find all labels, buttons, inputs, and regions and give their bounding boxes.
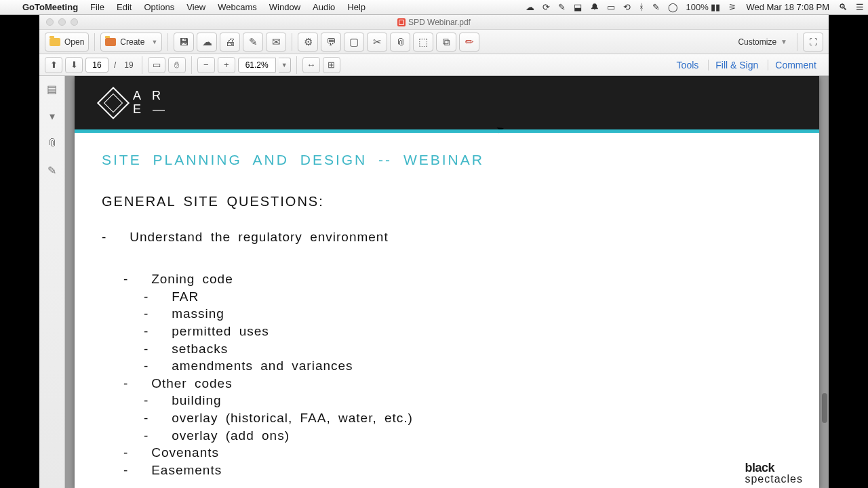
open-button[interactable]: Open [45,33,89,52]
page-total: 19 [121,60,136,70]
page-down-button[interactable]: ⬇︎ [65,57,83,73]
list-item: Covenants [123,444,792,462]
bookmarks-icon[interactable]: ▾ [43,107,61,125]
settings-button[interactable]: ⚙︎ [298,33,318,52]
section-heading: GENERAL SITE QUESTIONS: [102,192,792,211]
list-item: amendments and variances [144,357,792,375]
menu-webcams[interactable]: Webcams [212,2,263,12]
left-side-panel: ▤ ▾ 📎︎ ✎ [39,76,65,488]
menu-edit[interactable]: Edit [111,2,138,12]
list-item: massing [144,305,792,323]
page-number-input[interactable] [85,58,108,73]
are-logo-icon [97,87,130,119]
page-up-button[interactable]: ⬆︎ [45,57,62,73]
list-item: Other codes [123,375,792,392]
zoom-level-input[interactable] [238,58,276,73]
page-content: SITE PLANNING AND DESIGN -- WEBINAR GENE… [75,130,819,488]
comment-bubble-button[interactable]: 💬︎ [321,33,341,52]
pencil-icon[interactable]: ✎ [648,2,664,12]
tools-panel-link[interactable]: Tools [670,60,706,70]
mac-menubar: GoToMeeting File Edit Options View Webca… [0,0,868,15]
dropbox-icon[interactable]: ⬓ [570,2,586,12]
window-titlebar: SPD Webinar.pdf [39,15,829,30]
main-toolbar: Open Create ▼ 💾︎ ☁︎ 🖨︎ ✎ ✉︎ ⚙︎ 💬︎ ▢ ✂︎ 📎… [39,30,829,54]
list-item: permitted uses [144,323,792,340]
menu-file[interactable]: File [84,2,111,12]
app-menu[interactable]: GoToMeeting [16,2,84,12]
are-logo-text: A R E — [133,89,169,117]
timemachine-icon[interactable]: ⟲ [619,2,635,12]
attach-button[interactable]: 📎︎ [390,33,410,52]
circle-icon[interactable]: ◯ [664,2,682,12]
navigation-toolbar: ⬆︎ ⬇︎ / 19 ▭ ✋︎ − + ▼ ↔︎ ⊞ Tools Fill & … [39,54,829,76]
spotlight-icon[interactable]: 🔍︎ [835,2,852,12]
menu-help[interactable]: Help [341,2,372,12]
create-button[interactable]: Create ▼ [100,33,162,52]
fit-page-button[interactable]: ⊞ [323,57,340,73]
menubar-clock[interactable]: Wed Mar 18 7:08 PM [741,2,835,12]
zoom-dropdown-button[interactable]: ▼ [279,58,291,73]
menu-window[interactable]: Window [263,2,307,12]
pdf-file-icon [397,18,406,26]
menu-extras-icon[interactable]: ☰ [852,2,868,12]
menu-options[interactable]: Options [138,2,180,12]
fill-sign-panel-link[interactable]: Fill & Sign [708,60,765,70]
print-button[interactable]: 🖨︎ [220,33,240,52]
highlight-button[interactable]: ▢ [344,33,364,52]
customize-button[interactable]: Customize▼ [734,33,791,52]
hand-tool-button[interactable]: ✋︎ [168,57,186,73]
thumbnails-icon[interactable]: ▤ [43,80,61,98]
window-title: SPD Webinar.pdf [39,18,829,27]
brand-watermark: black spectacles [745,461,803,485]
fit-width-button[interactable]: ↔︎ [302,57,320,73]
menu-audio[interactable]: Audio [307,2,341,12]
link-button[interactable]: ⧉ [436,33,456,52]
list-item: overlay (historical, FAA, water, etc.) [144,409,792,427]
list-item: FAR [144,288,792,306]
battery-icon[interactable]: 100% ▮▮ [682,2,725,12]
sign-button[interactable]: ✂︎ [367,33,387,52]
select-tool-button[interactable]: ▭ [148,57,165,73]
folder-icon [50,38,60,46]
list-item: Understand the regulatory environment [102,228,792,246]
cloud-save-button[interactable]: ☁︎ [197,33,217,52]
bluetooth-icon[interactable]: ᚼ [635,2,648,12]
list-item: Zoning code [123,270,792,288]
page-separator: / [111,60,119,70]
vertical-scrollbar-thumb[interactable] [822,393,827,423]
menu-view[interactable]: View [180,2,212,12]
list-item: overlay (add ons) [144,427,792,445]
zoom-in-button[interactable]: + [218,57,235,73]
pdf-page: A R E — ➤ SITE PLANNING AND DESIGN -- WE… [75,76,819,488]
display-icon[interactable]: ▭ [603,2,619,12]
zoom-out-button[interactable]: − [197,57,215,73]
wifi-icon[interactable]: ⚞ [724,2,741,12]
document-viewport[interactable]: A R E — ➤ SITE PLANNING AND DESIGN -- WE… [65,76,829,488]
doc-title: SITE PLANNING AND DESIGN -- WEBINAR [102,150,792,169]
signatures-icon[interactable]: ✎ [43,161,61,179]
comment-panel-link[interactable]: Comment [768,60,823,70]
list-item: building [144,392,792,409]
stamp-button[interactable]: ⬚ [413,33,433,52]
save-button[interactable]: 💾︎ [174,33,194,52]
edit-button[interactable]: ✎ [243,33,263,52]
fullscreen-button[interactable]: ⛶ [803,33,823,52]
marker-button[interactable]: ✏︎ [459,33,479,52]
email-button[interactable]: ✉︎ [266,33,286,52]
sync-icon[interactable]: ⟳ [538,2,554,12]
pdf-reader-window: SPD Webinar.pdf Open Create ▼ 💾︎ ☁︎ 🖨︎ ✎… [39,15,829,488]
evernote-icon[interactable]: ✎ [554,2,570,12]
list-item: Easements [123,462,792,479]
create-pdf-icon [105,38,116,46]
page-header: A R E — ➤ [75,76,819,130]
notifications-icon[interactable]: 🔔︎ [586,2,603,12]
list-item: setbacks [144,340,792,358]
attachments-icon[interactable]: 📎︎ [43,134,61,152]
cloud-icon[interactable]: ☁︎ [521,2,538,12]
